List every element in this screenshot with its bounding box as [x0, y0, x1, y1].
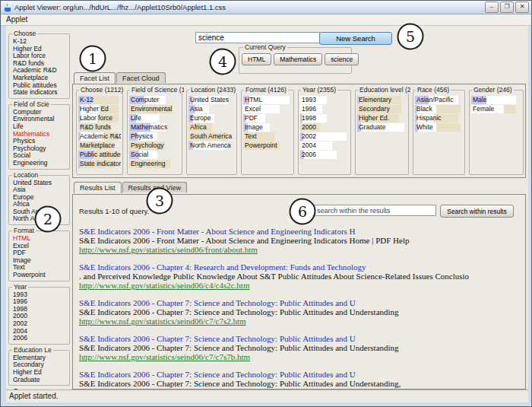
result-title-link[interactable]: S&E Indicators 2006 - Chapter 4: Researc… [79, 262, 521, 272]
facet-item[interactable]: 2006 [300, 151, 349, 159]
facet-item[interactable]: United States [188, 96, 235, 104]
facet-item[interactable]: Academic R&D [78, 132, 121, 141]
facet-item[interactable]: 2000 [300, 123, 349, 132]
sidebar-item[interactable]: K-12 [11, 38, 68, 46]
facet-item[interactable]: K-12 [78, 96, 121, 104]
facet-item[interactable]: White [415, 123, 463, 132]
sidebar-item[interactable]: Secondary [11, 361, 68, 369]
maximize-button[interactable]: ❐ [500, 2, 514, 13]
sidebar-item[interactable]: Marketplace [11, 75, 68, 82]
facet-item[interactable]: Labor force [78, 114, 121, 122]
facet-item[interactable]: Africa [188, 123, 235, 132]
sidebar-item[interactable]: Psychology [11, 145, 68, 153]
tab-facet-list[interactable]: Facet List [74, 72, 116, 84]
sidebar-item[interactable]: United States [11, 180, 68, 187]
facet-item[interactable]: Asian/Pacific [415, 96, 463, 104]
sidebar-item[interactable]: Public attitudes [11, 82, 68, 90]
facet-item[interactable]: South America [188, 132, 235, 141]
result-url-link[interactable]: http://www.nsf.gov/statistics/seind06/c7… [79, 352, 521, 361]
facet-item[interactable]: Higher Ed [78, 105, 121, 113]
facet-item[interactable]: North America [188, 141, 235, 150]
minimize-button[interactable]: – [485, 2, 499, 13]
facet-item[interactable]: Text [243, 132, 292, 141]
sidebar-item[interactable]: Europe [11, 194, 68, 202]
result-title-link[interactable]: S&E Indicators 2006 - Chapter 7: Science… [79, 334, 521, 343]
sidebar-item[interactable]: 1993 [11, 291, 68, 299]
sidebar-item[interactable]: PDF [11, 250, 68, 257]
facet-item[interactable]: Psychology [129, 141, 180, 150]
facet-item[interactable]: State indicators [78, 160, 121, 168]
facet-item[interactable]: Hispanic [415, 114, 463, 122]
facet-item[interactable]: Marketplace [78, 141, 121, 150]
sidebar-item[interactable]: Elementary [11, 355, 68, 362]
facet-item[interactable]: Male [471, 96, 521, 104]
facet-item[interactable]: Higher Ed. [357, 114, 407, 122]
sidebar-item[interactable]: Excel [11, 243, 68, 250]
facet-item[interactable]: Environmental [129, 105, 180, 113]
facet-item[interactable]: HTML [243, 96, 292, 104]
facet-item[interactable]: Physics [129, 132, 180, 141]
tab-facet-cloud[interactable]: Facet Cloud [116, 72, 166, 83]
sidebar-item[interactable]: HTML [11, 235, 68, 243]
facet-item[interactable]: Social [129, 151, 180, 159]
sidebar-item[interactable]: Social [11, 152, 68, 160]
result-url-link[interactable]: http://www.nsf.gov/statistics/seind06/c7… [79, 316, 521, 326]
sidebar-item[interactable]: Graduate [11, 377, 68, 384]
sidebar-item[interactable]: State indicators [11, 89, 68, 97]
facet-item[interactable]: Black [415, 105, 463, 113]
sidebar-item[interactable]: Labor force [11, 52, 68, 60]
facet-item[interactable]: Secondary [357, 105, 407, 113]
sidebar-item[interactable]: Asia [11, 186, 68, 194]
facet-item[interactable]: Life [129, 114, 180, 122]
facet-item[interactable]: 2002 [300, 132, 349, 141]
facet-item[interactable]: Image [243, 123, 292, 132]
sidebar-item[interactable]: 1996 [11, 298, 68, 306]
result-title-link[interactable]: S&E Indicators 2006 - Chapter 7: Science… [79, 298, 521, 307]
sidebar-item[interactable]: 2004 [11, 328, 68, 335]
facet-item[interactable]: Female [471, 105, 521, 113]
facet-item[interactable]: Asia [188, 105, 235, 113]
query-term-button[interactable]: HTML [242, 53, 271, 65]
sidebar-item[interactable]: Higher Ed [11, 369, 68, 377]
facet-item[interactable]: Powerpoint [243, 141, 292, 150]
search-within-input[interactable] [314, 205, 436, 216]
sidebar-item[interactable]: Image [11, 257, 68, 265]
facet-item[interactable]: Engineering [129, 160, 180, 168]
sidebar-item[interactable]: Environmental [11, 116, 68, 123]
facet-item[interactable]: Mathematics [129, 123, 180, 132]
facet-item[interactable]: R&D funds [78, 123, 121, 132]
sidebar-item[interactable]: Africa [11, 201, 68, 208]
facet-item[interactable]: Public attitudes [78, 151, 121, 159]
result-url-link[interactable]: http://www.nsf.gov/statistics/seind06/c4… [79, 281, 521, 290]
sidebar-item[interactable]: Higher Ed [11, 46, 68, 53]
title-bar[interactable]: Applet Viewer: org/un.../hdUrL.../fhz...… [1, 1, 531, 14]
sidebar-item[interactable]: R&D funds [11, 60, 68, 68]
new-search-button[interactable]: New Search [319, 32, 392, 45]
sidebar-item[interactable]: Life [11, 123, 68, 131]
result-url-link[interactable]: http://www.nsf.gov/statistics/seind06/fr… [79, 245, 521, 254]
facet-item[interactable]: Europe [188, 114, 235, 122]
menu-applet[interactable]: Applet [6, 15, 27, 24]
sidebar-item[interactable]: 2000 [11, 313, 68, 320]
sidebar-item[interactable]: 2006 [11, 335, 68, 342]
sidebar-item[interactable]: 2002 [11, 320, 68, 328]
facet-item[interactable]: Graduate [357, 123, 407, 132]
sidebar-item[interactable]: 1998 [11, 306, 68, 313]
query-term-button[interactable]: Mathematics [274, 53, 322, 65]
facet-item[interactable]: Computer [129, 96, 180, 104]
result-title-link[interactable]: S&E Indicators 2006 - Front Matter - Abo… [79, 227, 521, 236]
search-within-button[interactable]: Search within results [440, 205, 514, 218]
sidebar-item[interactable]: Mathematics [11, 131, 68, 138]
facet-item[interactable]: Excel [243, 105, 292, 113]
sidebar-item[interactable]: Computer [11, 109, 68, 116]
sidebar-item[interactable]: Text [11, 264, 68, 272]
facet-item[interactable]: 1996 [300, 105, 349, 113]
result-title-link[interactable]: S&E Indicators 2006 - Chapter 7: Science… [79, 370, 521, 379]
facet-item[interactable]: PDF [243, 114, 292, 122]
facet-item[interactable]: 1998 [300, 114, 349, 122]
close-button[interactable]: ✕ [515, 2, 529, 13]
sidebar-item[interactable]: Powerpoint [11, 272, 68, 279]
facet-item[interactable]: Elementary [357, 96, 407, 104]
search-input[interactable] [195, 32, 320, 43]
facet-item[interactable]: 2004 [300, 141, 349, 150]
